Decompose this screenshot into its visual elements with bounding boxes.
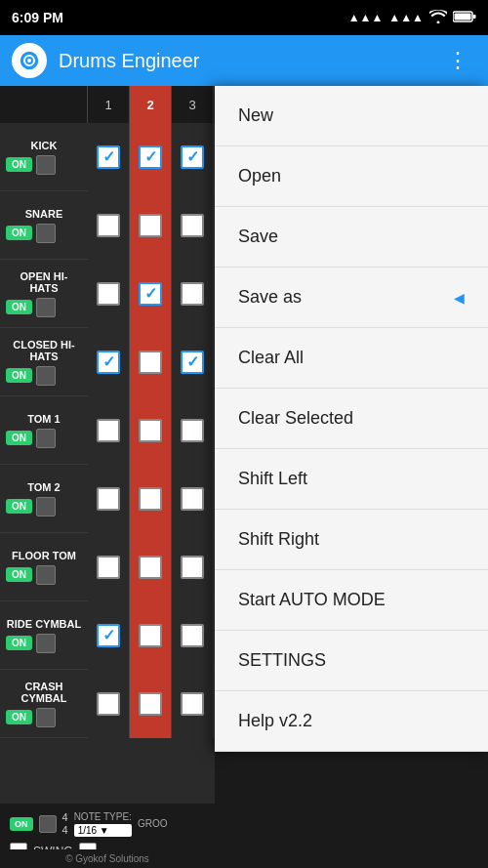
btn-sq-open-hihats[interactable]	[36, 298, 56, 317]
drum-cell-snare-3[interactable]	[172, 191, 214, 260]
drum-cell-snare-2[interactable]	[130, 191, 172, 260]
drum-cell-tom1-3[interactable]	[172, 396, 214, 465]
drum-cells-kick	[88, 123, 214, 191]
btn-sq-tom1[interactable]	[36, 429, 56, 448]
menu-item-save[interactable]: Save	[215, 207, 488, 268]
btn-on-floor-tom[interactable]: ON	[6, 567, 32, 582]
drum-name-snare: SNARE	[6, 208, 82, 220]
drum-cell-floortom-3[interactable]	[172, 533, 214, 601]
drum-row-closed-hihats: CLOSED HI-HATS ON	[0, 328, 215, 396]
menu-item-save-label: Save	[238, 227, 278, 247]
col-header-1: 1	[88, 86, 130, 123]
signal-icon-2: ▲▲▲	[388, 11, 424, 24]
checkbox-crashcymbal-2	[139, 692, 162, 716]
menu-item-help-label: Help v2.2	[238, 711, 312, 731]
drum-cells-snare	[88, 191, 214, 260]
drum-controls-kick: ON	[6, 155, 56, 175]
btn-sq-snare[interactable]	[36, 224, 56, 243]
drum-cell-tom2-3[interactable]	[172, 465, 214, 533]
drum-controls-floor-tom: ON	[6, 565, 56, 585]
checkbox-tom1-1	[97, 419, 120, 442]
svg-point-5	[27, 59, 31, 62]
app-title: Drums Engineer	[59, 50, 427, 72]
drum-cell-tom2-1[interactable]	[88, 465, 130, 533]
menu-item-clear-all[interactable]: Clear All	[215, 328, 488, 389]
drum-cell-closedhh-3[interactable]	[172, 328, 214, 396]
checkbox-floortom-2	[139, 556, 162, 579]
btn-on-ride-cymbal[interactable]: ON	[6, 636, 32, 650]
menu-item-auto-mode-label: Start AUTO MODE	[238, 590, 386, 610]
mode-label: GROO	[138, 818, 168, 829]
drum-row-ride-cymbal: RIDE CYMBAL ON	[0, 601, 215, 670]
checkbox-closedhh-3	[181, 351, 204, 374]
drum-controls-closed-hihats: ON	[6, 366, 56, 386]
checkbox-crashcymbal-3	[181, 692, 204, 716]
checkbox-floortom-3	[181, 556, 204, 579]
drum-cell-crashcymbal-3[interactable]	[172, 670, 214, 738]
drum-row-snare: SNARE ON	[0, 191, 215, 260]
btn-on-crash-cymbal[interactable]: ON	[6, 710, 32, 724]
btn-on-tom2[interactable]: ON	[6, 499, 32, 514]
drum-row-tom1: TOM 1 ON	[0, 396, 215, 465]
menu-item-shift-left[interactable]: Shift Left	[215, 449, 488, 510]
btn-on-kick[interactable]: ON	[6, 157, 32, 172]
drum-name-crash-cymbal: CRASH CYMBAL	[6, 681, 82, 704]
more-menu-icon[interactable]: ⋮	[439, 44, 476, 77]
drum-cell-kick-2[interactable]	[130, 123, 172, 191]
drum-label-tom2: TOM 2 ON	[0, 477, 88, 520]
btn-sq-crash-cymbal[interactable]	[36, 708, 56, 727]
drum-cell-tom1-2[interactable]	[130, 396, 172, 465]
drum-cell-crashcymbal-1[interactable]	[88, 670, 130, 738]
menu-item-open[interactable]: Open	[215, 146, 488, 207]
drum-cell-kick-3[interactable]	[172, 123, 214, 191]
drum-cell-openhh-2[interactable]	[130, 260, 172, 328]
wifi-icon	[429, 10, 447, 26]
menu-item-settings[interactable]: SETTINGS	[215, 631, 488, 691]
bottom-row-1: ON 4 4 NOTE TYPE: 1/16 ▼ GROO	[10, 811, 205, 837]
btn-on-closed-hihats[interactable]: ON	[6, 368, 32, 383]
menu-item-auto-mode[interactable]: Start AUTO MODE	[215, 570, 488, 631]
menu-item-clear-selected[interactable]: Clear Selected	[215, 389, 488, 449]
btn-sq-ride-cymbal[interactable]	[36, 634, 56, 653]
note-type-value: 1/16 ▼	[74, 824, 132, 837]
drum-cell-crashcymbal-2[interactable]	[130, 670, 172, 738]
drum-name-ride-cymbal: RIDE CYMBAL	[6, 618, 82, 630]
drum-cell-closedhh-1[interactable]	[88, 328, 130, 396]
btn-sq-kick[interactable]	[36, 155, 56, 175]
drum-cell-tom1-1[interactable]	[88, 396, 130, 465]
btn-on-snare[interactable]: ON	[6, 226, 32, 240]
dropdown-menu: New Open Save Save as Clear All Clear Se…	[215, 86, 488, 752]
drum-cell-ridecymbal-1[interactable]	[88, 601, 130, 670]
drum-name-open-hihats: OPEN HI-HATS	[6, 270, 82, 294]
btn-sq-global[interactable]	[39, 815, 57, 833]
drum-cells-floor-tom	[88, 533, 214, 601]
checkbox-tom1-2	[139, 419, 162, 442]
menu-item-new[interactable]: New	[215, 86, 488, 146]
time-sig-denominator: 4	[62, 824, 68, 837]
drum-cell-ridecymbal-2[interactable]	[130, 601, 172, 670]
menu-item-help[interactable]: Help v2.2	[215, 691, 488, 752]
checkbox-ridecymbal-3	[181, 624, 204, 647]
drum-cell-tom2-2[interactable]	[130, 465, 172, 533]
btn-sq-closed-hihats[interactable]	[36, 366, 56, 386]
btn-sq-tom2[interactable]	[36, 497, 56, 517]
menu-item-shift-right[interactable]: Shift Right	[215, 510, 488, 570]
btn-on-tom1[interactable]: ON	[6, 431, 32, 445]
drum-cell-ridecymbal-3[interactable]	[172, 601, 214, 670]
drum-cell-snare-1[interactable]	[88, 191, 130, 260]
drum-cell-floortom-2[interactable]	[130, 533, 172, 601]
drum-cell-closedhh-2[interactable]	[130, 328, 172, 396]
svg-rect-2	[473, 15, 476, 19]
drum-cell-openhh-1[interactable]	[88, 260, 130, 328]
btn-sq-floor-tom[interactable]	[36, 565, 56, 585]
battery-icon	[453, 10, 476, 26]
drum-controls-tom2: ON	[6, 497, 56, 517]
menu-item-save-as[interactable]: Save as	[215, 268, 488, 328]
drum-row-crash-cymbal: CRASH CYMBAL ON	[0, 670, 215, 738]
drum-cell-kick-1[interactable]	[88, 123, 130, 191]
btn-on-open-hihats[interactable]: ON	[6, 300, 32, 314]
drum-cell-floortom-1[interactable]	[88, 533, 130, 601]
checkbox-kick-3	[181, 145, 204, 169]
btn-on-global[interactable]: ON	[10, 817, 33, 831]
drum-cell-openhh-3[interactable]	[172, 260, 214, 328]
